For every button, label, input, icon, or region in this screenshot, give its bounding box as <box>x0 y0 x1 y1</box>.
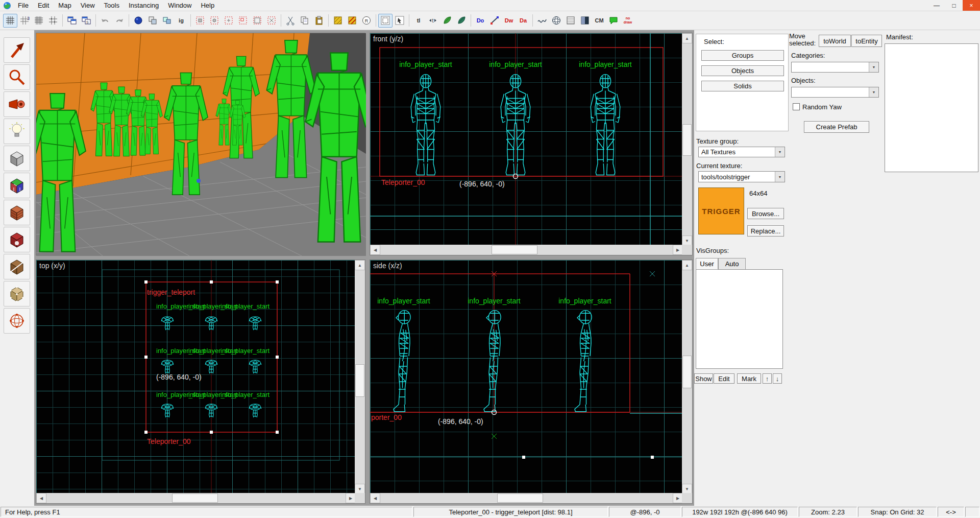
select-touching-icon[interactable] <box>236 14 250 28</box>
scroll-right-icon[interactable]: ▶ <box>673 245 683 255</box>
clipping-tool[interactable] <box>4 254 30 279</box>
texture-group-select[interactable]: All Textures ▼ <box>698 147 785 157</box>
texture-lock-icon[interactable] <box>331 14 345 28</box>
player-wireframe[interactable] <box>575 311 592 412</box>
apply-current-texture-tool[interactable] <box>4 200 30 225</box>
scroll-left-icon[interactable]: ◀ <box>370 245 380 255</box>
visgroup-up-icon[interactable]: ↑ <box>763 373 772 384</box>
minimize-button[interactable]: — <box>928 0 945 11</box>
visgroup-mark-button[interactable]: Mark <box>737 373 761 384</box>
scroll-down-icon[interactable]: ▼ <box>682 236 692 246</box>
select-mode-box-icon[interactable] <box>378 14 393 28</box>
toggle-3d-grid-icon[interactable]: 3 <box>17 14 32 28</box>
select-enclosed-icon[interactable] <box>250 14 264 28</box>
texture-preview[interactable]: TRIGGER <box>698 187 744 234</box>
tab-user[interactable]: User <box>696 258 718 270</box>
menu-window[interactable]: Window <box>163 0 196 11</box>
top-horizontal-scrollbar[interactable]: ◀ ▶ <box>36 493 356 503</box>
player-wireframe[interactable] <box>591 75 620 175</box>
scrollbar-thumb[interactable] <box>682 124 692 156</box>
move-to-entity-button[interactable]: toEntity <box>851 35 882 47</box>
scrollbar-thumb[interactable] <box>172 493 218 503</box>
copy-icon[interactable] <box>298 14 312 28</box>
player-wireframe[interactable] <box>161 360 174 373</box>
front-horizontal-scrollbar[interactable]: ◀ ▶ <box>370 245 683 255</box>
player-wireframe[interactable] <box>249 317 261 330</box>
undo-icon[interactable] <box>98 14 112 28</box>
displacement-slope-icon[interactable] <box>487 14 502 28</box>
viewport-side-canvas[interactable]: info_player_start info_player_start info… <box>370 260 683 494</box>
invert-selection-icon[interactable] <box>264 14 279 28</box>
replace-button[interactable]: Replace... <box>747 225 784 237</box>
scroll-up-icon[interactable]: ▲ <box>355 260 365 270</box>
viewport-front-canvas[interactable]: info_player_start info_player_start info… <box>370 33 683 246</box>
toggle-grid-icon[interactable] <box>3 14 17 28</box>
group-icon[interactable] <box>160 14 174 28</box>
magnify-tool[interactable] <box>4 64 30 90</box>
scrollbar-thumb[interactable] <box>682 356 692 388</box>
save-window-state-icon[interactable]: S <box>79 14 93 28</box>
side-horizontal-scrollbar[interactable]: ◀ ▶ <box>370 493 683 503</box>
morph-tool[interactable] <box>4 308 30 334</box>
player-wireframe[interactable] <box>249 404 261 417</box>
visgroup-edit-button[interactable]: Edit <box>714 373 734 384</box>
unhide-all-icon[interactable] <box>222 14 236 28</box>
menu-map[interactable]: Map <box>54 0 76 11</box>
visgroup-down-icon[interactable]: ↓ <box>773 373 782 384</box>
paste-icon[interactable] <box>312 14 326 28</box>
overlay-transparency-icon[interactable] <box>578 14 592 28</box>
menu-edit[interactable]: Edit <box>33 0 54 11</box>
player-wireframe[interactable] <box>484 311 501 412</box>
visgroups-list[interactable] <box>696 269 783 369</box>
viewport-side[interactable]: info_player_start info_player_start info… <box>370 260 693 504</box>
smoothing-groups-icon[interactable] <box>535 14 549 28</box>
color-mode-icon[interactable]: CM <box>592 14 606 28</box>
select-mode-cursor-icon[interactable] <box>393 14 407 28</box>
scroll-down-icon[interactable]: ▼ <box>682 484 692 494</box>
player-wireframe[interactable] <box>249 360 261 373</box>
scroll-up-icon[interactable]: ▲ <box>682 33 692 43</box>
hide-selected-icon[interactable] <box>193 14 207 28</box>
texture-application-icon[interactable]: t <box>426 14 440 28</box>
menu-instancing[interactable]: Instancing <box>124 0 163 11</box>
scrollbar-thumb[interactable] <box>355 364 364 397</box>
create-prefab-button[interactable]: Create Prefab <box>804 121 869 133</box>
manifest-list[interactable] <box>885 43 978 172</box>
select-objects-button[interactable]: Objects <box>701 65 784 76</box>
block-tool[interactable] <box>4 146 30 171</box>
displacement-sculpt-icon[interactable] <box>454 14 469 28</box>
texture-application-tool[interactable] <box>4 173 30 198</box>
chevron-down-icon[interactable]: ▼ <box>869 87 878 97</box>
move-to-world-button[interactable]: toWorld <box>819 35 851 47</box>
chevron-down-icon[interactable]: ▼ <box>869 62 878 72</box>
texture-scale-lock-icon[interactable] <box>345 14 359 28</box>
load-window-state-icon[interactable] <box>65 14 79 28</box>
ignore-groups-icon[interactable]: ig <box>174 14 188 28</box>
cordon-icon[interactable]: R <box>359 14 374 28</box>
fade-preview-icon[interactable] <box>564 14 578 28</box>
displacement-walkable-icon[interactable]: Dw <box>502 14 516 28</box>
select-solids-button[interactable]: Solids <box>701 81 784 91</box>
texture-lock-toggle-icon[interactable]: tl <box>411 14 426 28</box>
camera-tool[interactable] <box>4 91 30 117</box>
viewport-front[interactable]: info_player_start info_player_start info… <box>370 33 693 255</box>
selection-tool[interactable] <box>4 37 30 63</box>
nodraw-toggle-icon[interactable]: nodraw <box>621 14 635 28</box>
scroll-right-icon[interactable]: ▶ <box>673 493 683 503</box>
objects-select[interactable]: ▼ <box>791 87 879 98</box>
viewport-3d-camera[interactable] <box>36 33 365 255</box>
cut-icon[interactable] <box>283 14 298 28</box>
top-vertical-scrollbar[interactable]: ▲ ▼ <box>355 260 365 494</box>
scrollbar-thumb[interactable] <box>492 245 537 254</box>
select-groups-button[interactable]: Groups <box>701 50 784 61</box>
chevron-down-icon[interactable]: ▼ <box>775 147 785 157</box>
current-texture-select[interactable]: tools/toolstrigger ▼ <box>698 171 785 182</box>
visgroup-show-button[interactable]: Show <box>694 373 713 384</box>
hide-unselected-icon[interactable] <box>207 14 222 28</box>
menu-help[interactable]: Help <box>196 0 219 11</box>
displacement-paint-icon[interactable] <box>440 14 454 28</box>
viewport-top[interactable]: trigger_teleport info_player_start info_… <box>36 260 365 504</box>
categories-select[interactable]: ▼ <box>791 62 879 73</box>
browse-button[interactable]: Browse... <box>747 208 784 219</box>
player-wireframe[interactable] <box>394 311 410 412</box>
